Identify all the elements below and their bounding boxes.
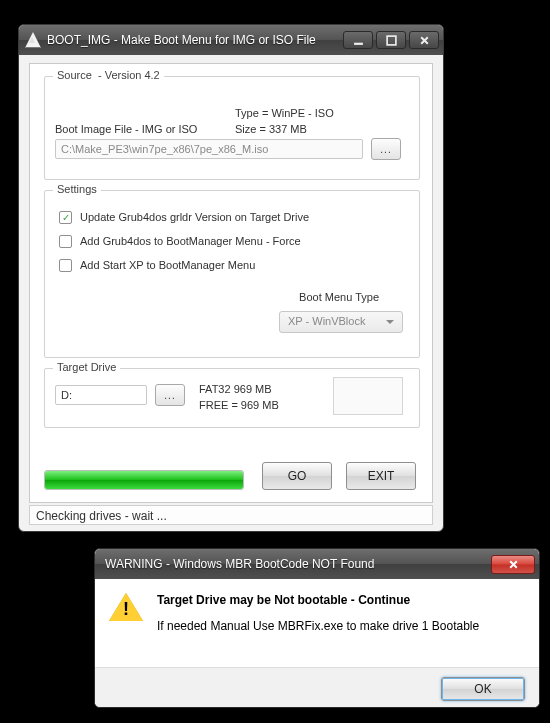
dialog-title: WARNING - Windows MBR BootCode NOT Found: [101, 557, 491, 571]
progress-bar: [44, 470, 244, 490]
settings-legend: Settings: [53, 183, 101, 195]
svg-rect-1: [387, 36, 396, 45]
client-area: Source - Version 4.2 Type = WinPE - ISO …: [29, 63, 433, 503]
warning-dialog: WARNING - Windows MBR BootCode NOT Found…: [94, 548, 540, 708]
group-source: Source - Version 4.2 Type = WinPE - ISO …: [44, 76, 420, 180]
minimize-button[interactable]: [343, 31, 373, 49]
checkbox-label: Add Start XP to BootManager Menu: [80, 259, 255, 271]
file-path-input[interactable]: C:\Make_PE3\win7pe_x86\7pe_x86_M.iso: [55, 139, 363, 159]
dialog-line1: Target Drive may be Not bootable - Conti…: [157, 593, 521, 607]
browse-target-button[interactable]: ...: [155, 384, 185, 406]
target-drive-input[interactable]: D:: [55, 385, 147, 405]
progress-fill: [45, 471, 243, 489]
checkbox-add-startxp[interactable]: [59, 259, 72, 272]
checkbox-label: Add Grub4dos to BootManager Menu - Force: [80, 235, 301, 247]
source-legend: Source: [57, 69, 92, 81]
dialog-line2: If needed Manual Use MBRFix.exe to make …: [157, 619, 521, 633]
checkbox-update-grldr[interactable]: ✓: [59, 211, 72, 224]
window-title: BOOT_IMG - Make Boot Menu for IMG or ISO…: [47, 33, 343, 47]
ok-button[interactable]: OK: [441, 677, 525, 701]
target-fs-line: FAT32 969 MB: [199, 383, 272, 395]
source-version: - Version 4.2: [98, 69, 160, 81]
app-icon: [25, 32, 41, 48]
dialog-close-button[interactable]: [491, 555, 535, 574]
main-titlebar[interactable]: BOOT_IMG - Make Boot Menu for IMG or ISO…: [19, 25, 443, 55]
browse-source-button[interactable]: ...: [371, 138, 401, 160]
type-label: Type = WinPE - ISO: [235, 107, 334, 119]
file-label: Boot Image File - IMG or ISO: [55, 123, 197, 135]
warning-icon: !: [109, 593, 143, 623]
checkbox-add-grub4dos[interactable]: [59, 235, 72, 248]
svg-rect-0: [354, 42, 363, 44]
dialog-footer: OK: [95, 667, 539, 707]
go-button[interactable]: GO: [262, 462, 332, 490]
size-label: Size = 337 MB: [235, 123, 307, 135]
checkbox-label: Update Grub4dos grldr Version on Target …: [80, 211, 309, 223]
bootmenu-type-label: Boot Menu Type: [299, 291, 379, 303]
dialog-body: ! Target Drive may be Not bootable - Con…: [95, 579, 539, 667]
bootmenu-type-select[interactable]: XP - WinVBlock: [279, 311, 403, 333]
target-legend: Target Drive: [53, 361, 120, 373]
target-free-line: FREE = 969 MB: [199, 399, 279, 411]
group-target: Target Drive D: ... FAT32 969 MB FREE = …: [44, 368, 420, 428]
main-window: BOOT_IMG - Make Boot Menu for IMG or ISO…: [18, 24, 444, 532]
group-settings: Settings ✓ Update Grub4dos grldr Version…: [44, 190, 420, 358]
exit-button[interactable]: EXIT: [346, 462, 416, 490]
maximize-button[interactable]: [376, 31, 406, 49]
close-button[interactable]: [409, 31, 439, 49]
blank-panel: [333, 377, 403, 415]
status-bar: Checking drives - wait ...: [29, 505, 433, 525]
dialog-titlebar[interactable]: WARNING - Windows MBR BootCode NOT Found: [95, 549, 539, 579]
